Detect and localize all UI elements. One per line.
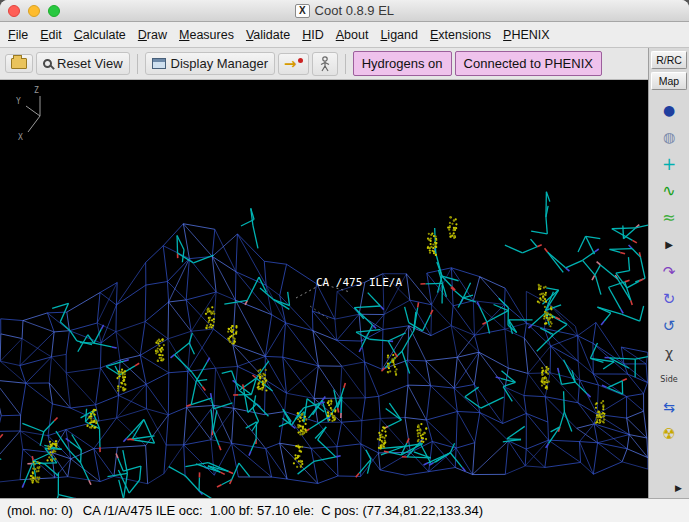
atom-label: CA /475 ILE/A [316, 276, 402, 289]
x11-icon: X [295, 4, 310, 18]
map-button[interactable]: Map [651, 72, 687, 90]
rot-trans-icon: ↻ [663, 292, 676, 307]
person-icon [318, 56, 332, 72]
mutate-residue-button[interactable]: ☢ [656, 423, 682, 445]
menu-phenix[interactable]: PHENIX [497, 24, 556, 46]
modelling-toolbar: ●◍+∿≈▶↷↻↺χSide⇆☢ [649, 99, 689, 445]
auto-fit-rotamer-icon: ↺ [663, 319, 676, 334]
edit-chi-angles-button[interactable]: χ [656, 342, 682, 364]
menu-draw[interactable]: Draw [132, 24, 173, 46]
flip-peptide-icon: ⇆ [663, 400, 675, 414]
move-axes-icon: + [662, 156, 676, 173]
real-space-refine-button[interactable]: ∿ [656, 180, 682, 202]
sphere-button[interactable]: ● [656, 99, 682, 121]
side-chain-180-button[interactable]: Side [656, 369, 682, 391]
flip-peptide-button[interactable]: ⇆ [656, 396, 682, 418]
regularize-button[interactable]: ≈ [656, 207, 682, 229]
rrc-button[interactable]: R/RC [651, 51, 687, 69]
side-chain-180-icon: Side [660, 376, 677, 384]
edit-chi-angles-icon: χ [665, 346, 673, 360]
toolbar-separator [137, 54, 138, 74]
axis-y-label: Y [16, 97, 21, 106]
menu-extensions[interactable]: Extensions [424, 24, 497, 46]
menu-ligand[interactable]: Ligand [374, 24, 424, 46]
display-manager-icon [152, 58, 166, 69]
menu-edit[interactable]: Edit [34, 24, 68, 46]
reset-view-button[interactable]: Reset View [36, 52, 130, 75]
toolbar-separator [345, 54, 346, 74]
regularize-icon: ≈ [662, 210, 675, 226]
status-mol-no: (mol. no: 0) [7, 503, 73, 518]
open-coordinates-button[interactable] [5, 54, 33, 73]
real-space-refine-icon: ∿ [662, 183, 675, 199]
display-manager-button[interactable]: Display Manager [145, 52, 276, 75]
more-tools-icon: ▶ [665, 240, 673, 250]
menubar: FileEditCalculateDrawMeasuresValidateHID… [0, 22, 689, 48]
molecular-scene[interactable]: CA /475 ILE/AXYZ [0, 80, 648, 498]
toolbar: Reset View Display Manager → Hyd [0, 48, 648, 80]
titlebar[interactable]: X Coot 0.8.9 EL [0, 0, 689, 22]
menu-about[interactable]: About [330, 24, 375, 46]
traffic-lights [8, 5, 60, 17]
minimize-button[interactable] [28, 5, 40, 17]
hydrogens-toggle[interactable]: Hydrogens on [353, 51, 452, 76]
sphere-icon: ● [663, 103, 675, 117]
magnifier-icon [43, 59, 52, 68]
statusbar: (mol. no: 0) CA /1/A/475 ILE occ: 1.00 b… [0, 498, 689, 522]
menu-validate[interactable]: Validate [240, 24, 296, 46]
go-to-ligand-button[interactable]: → [278, 53, 309, 75]
go-to-ligand-icon: → [284, 57, 303, 71]
close-button[interactable] [8, 5, 20, 17]
menu-measures[interactable]: Measures [173, 24, 240, 46]
axis-z-label: Z [34, 86, 39, 95]
zoom-button[interactable] [48, 5, 60, 17]
reset-view-label: Reset View [57, 56, 123, 71]
more-tools-button[interactable]: ▶ [656, 234, 682, 256]
left-column: Reset View Display Manager → Hyd [0, 48, 648, 498]
status-atom-info: CA /1/A/475 ILE occ: 1.00 bf: 57.10 ele:… [83, 503, 483, 518]
folder-icon [11, 58, 27, 69]
rigid-body-fit-button[interactable]: ↷ [656, 261, 682, 283]
viewport: CA /475 ILE/AXYZ [0, 80, 648, 498]
auto-fit-rotamer-button[interactable]: ↺ [656, 315, 682, 337]
validate-figure-button[interactable] [312, 52, 338, 76]
menu-hid[interactable]: HID [296, 24, 330, 46]
display-manager-label: Display Manager [171, 56, 269, 71]
move-axes-button[interactable]: + [656, 153, 682, 175]
panel-expand-arrow[interactable]: ▶ [668, 481, 689, 496]
globe-button[interactable]: ◍ [656, 126, 682, 148]
side-panel: R/RC Map ●◍+∿≈▶↷↻↺χSide⇆☢ ▶ [648, 48, 689, 498]
window-title: Coot 0.8.9 EL [315, 3, 395, 18]
menu-file[interactable]: File [2, 24, 34, 46]
window-title-area: X Coot 0.8.9 EL [295, 3, 394, 18]
axis-x-label: X [18, 133, 23, 142]
phenix-connection-toggle[interactable]: Connected to PHENIX [455, 51, 602, 76]
menu-calculate[interactable]: Calculate [68, 24, 132, 46]
mutate-residue-icon: ☢ [662, 427, 675, 442]
coot-window: X Coot 0.8.9 EL FileEditCalculateDrawMea… [0, 0, 689, 522]
main-area: Reset View Display Manager → Hyd [0, 48, 689, 498]
rot-trans-button[interactable]: ↻ [656, 288, 682, 310]
globe-icon: ◍ [663, 130, 675, 144]
rigid-body-fit-icon: ↷ [663, 265, 676, 280]
